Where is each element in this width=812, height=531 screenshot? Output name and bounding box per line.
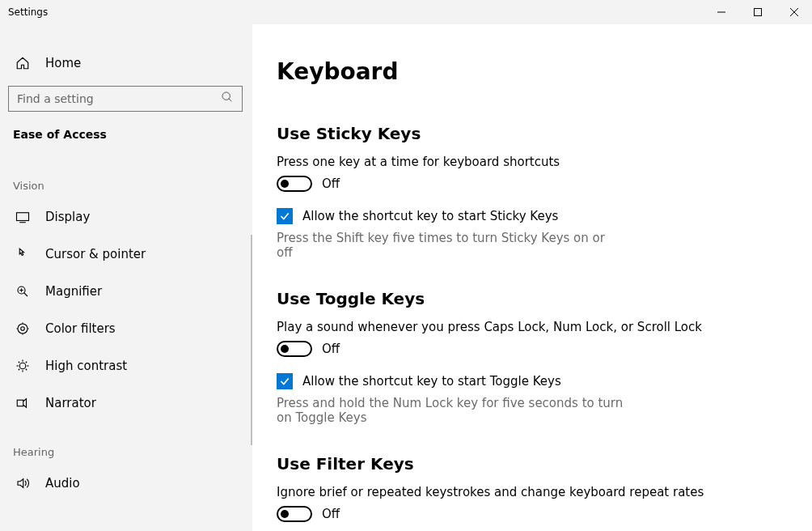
- sticky-shortcut-checkbox[interactable]: [277, 208, 293, 224]
- checkmark-icon: [279, 210, 290, 222]
- minimize-icon: [717, 8, 725, 16]
- filter-keys-desc: Ignore brief or repeated keystrokes and …: [277, 485, 788, 499]
- magnifier-icon: [15, 284, 31, 299]
- svg-line-26: [26, 362, 27, 363]
- sidebar: Home Ease of Access Vision Display Curso…: [0, 24, 252, 531]
- sidebar-item-colorfilters[interactable]: Color filters: [0, 310, 252, 347]
- sidebar-item-label: Color filters: [45, 321, 116, 336]
- svg-point-13: [21, 327, 25, 331]
- home-label: Home: [45, 56, 81, 70]
- display-icon: [15, 210, 31, 224]
- group-vision-label: Vision: [0, 155, 252, 198]
- svg-line-25: [19, 369, 20, 371]
- sticky-hint: Press the Shift key five times to turn S…: [277, 231, 624, 260]
- search-box[interactable]: [8, 86, 243, 112]
- sidebar-item-audio[interactable]: Audio: [0, 465, 252, 502]
- search-input[interactable]: [17, 92, 221, 105]
- content-area: Keyboard Use Sticky Keys Press one key a…: [252, 24, 812, 531]
- sidebar-item-magnifier[interactable]: Magnifier: [0, 273, 252, 310]
- sidebar-item-label: High contrast: [45, 359, 127, 373]
- sidebar-item-label: Display: [45, 210, 90, 224]
- sidebar-item-label: Magnifier: [45, 284, 102, 299]
- group-hearing-label: Hearing: [0, 422, 252, 465]
- sidebar-item-label: Cursor & pointer: [45, 247, 146, 261]
- togglekeys-shortcut-checkbox[interactable]: [277, 373, 293, 389]
- window-title: Settings: [8, 6, 48, 18]
- sticky-checkbox-label: Allow the shortcut key to start Sticky K…: [302, 209, 558, 223]
- svg-line-24: [26, 369, 27, 371]
- sticky-keys-desc: Press one key at a time for keyboard sho…: [277, 155, 788, 169]
- sidebar-item-highcontrast[interactable]: High contrast: [0, 347, 252, 384]
- sidebar-item-narrator[interactable]: Narrator: [0, 384, 252, 422]
- togglekeys-toggle-state: Off: [322, 342, 340, 356]
- checkmark-icon: [279, 376, 290, 387]
- narrator-icon: [15, 396, 31, 410]
- search-icon: [221, 91, 234, 107]
- svg-line-23: [19, 362, 20, 363]
- toggle-knob: [281, 510, 289, 518]
- color-filters-icon: [15, 321, 31, 336]
- maximize-icon: [754, 8, 762, 16]
- sidebar-item-label: Audio: [45, 476, 80, 491]
- maximize-button[interactable]: [739, 0, 776, 24]
- sticky-keys-toggle[interactable]: [277, 176, 312, 192]
- close-icon: [790, 8, 798, 16]
- sidebar-item-display[interactable]: Display: [0, 198, 252, 236]
- sticky-toggle-state: Off: [322, 176, 340, 191]
- sidebar-scrollbar[interactable]: [251, 235, 252, 445]
- audio-icon: [15, 476, 31, 491]
- window-controls: [703, 0, 812, 24]
- home-nav[interactable]: Home: [0, 47, 252, 79]
- togglekeys-checkbox-label: Allow the shortcut key to start Toggle K…: [302, 374, 561, 389]
- filter-toggle-state: Off: [322, 507, 340, 521]
- svg-rect-1: [754, 9, 761, 16]
- minimize-button[interactable]: [703, 0, 739, 24]
- cursor-pointer-icon: [15, 247, 31, 261]
- filter-keys-heading: Use Filter Keys: [277, 454, 788, 474]
- filter-keys-toggle[interactable]: [277, 506, 312, 522]
- togglekeys-hint: Press and hold the Num Lock key for five…: [277, 396, 624, 425]
- sticky-keys-heading: Use Sticky Keys: [277, 124, 788, 143]
- toggle-keys-heading: Use Toggle Keys: [277, 289, 788, 308]
- toggle-knob: [281, 180, 289, 188]
- close-button[interactable]: [776, 0, 812, 24]
- svg-point-12: [18, 324, 27, 333]
- svg-line-9: [24, 293, 28, 297]
- sidebar-item-cursor[interactable]: Cursor & pointer: [0, 236, 252, 273]
- category-label: Ease of Access: [0, 112, 252, 155]
- home-icon: [15, 56, 31, 70]
- svg-point-4: [222, 92, 230, 100]
- high-contrast-icon: [15, 359, 31, 373]
- sidebar-item-label: Narrator: [45, 396, 96, 410]
- svg-point-18: [19, 363, 26, 369]
- svg-line-5: [229, 99, 231, 101]
- svg-rect-27: [17, 400, 23, 406]
- toggle-keys-toggle[interactable]: [277, 341, 312, 357]
- page-title: Keyboard: [277, 58, 788, 85]
- window-titlebar: Settings: [0, 0, 812, 24]
- svg-rect-6: [17, 213, 29, 221]
- toggle-keys-desc: Play a sound whenever you press Caps Loc…: [277, 320, 788, 334]
- toggle-knob: [281, 345, 289, 353]
